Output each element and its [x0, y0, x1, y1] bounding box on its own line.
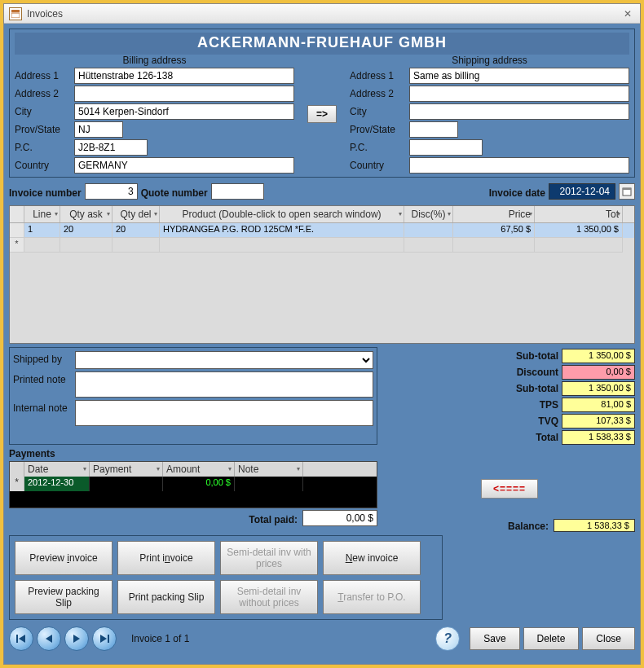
- col-line: Line▾: [24, 206, 60, 222]
- shipped-by-label: Shipped by: [13, 351, 72, 369]
- pay-col-payment: Payment▾: [90, 462, 163, 477]
- titlebar: Invoices ✕: [4, 4, 640, 24]
- semi-detail-with-prices-button[interactable]: Semi-detail inv with prices: [220, 541, 318, 575]
- billing-city-label: City: [15, 103, 72, 120]
- shipping-prov-label: Prov/State: [350, 121, 407, 138]
- shipping-city-label: City: [350, 103, 407, 120]
- semi-detail-without-prices-button[interactable]: Semi-detail inv without prices: [220, 580, 318, 614]
- tvq-value: 107,33 $: [562, 414, 635, 428]
- svg-marker-6: [46, 635, 52, 643]
- print-invoice-button[interactable]: Print invoice: [117, 541, 215, 575]
- help-button[interactable]: ?: [435, 626, 460, 651]
- calendar-icon[interactable]: [619, 183, 635, 200]
- window-title: Invoices: [27, 8, 620, 20]
- new-row[interactable]: [10, 238, 634, 253]
- internal-note-label: Internal note: [13, 400, 72, 426]
- nav-next-button[interactable]: [64, 626, 89, 651]
- invoice-number-input[interactable]: [85, 183, 138, 200]
- shipping-country-input[interactable]: [409, 157, 629, 174]
- header-panel: ACKERMANN-FRUEHAUF GMBH Billing address …: [9, 29, 635, 178]
- pay-col-amount: Amount▾: [163, 462, 235, 477]
- billing-country-label: Country: [15, 157, 72, 174]
- quote-number-label: Quote number: [141, 185, 208, 199]
- save-button[interactable]: Save: [470, 627, 519, 650]
- subtotal2-label: Sub-total: [384, 381, 558, 396]
- shipping-addr2-input[interactable]: [409, 86, 629, 102]
- quote-number-input[interactable]: [211, 183, 264, 200]
- payments-label: Payments: [9, 448, 377, 459]
- shipping-addr1-input[interactable]: [409, 68, 629, 84]
- payments-grid[interactable]: Date▾ Payment▾ Amount▾ Note▾ * 2012-12-3…: [9, 461, 377, 508]
- billing-address-block: Billing address Address 1 Address 2 City…: [15, 55, 294, 174]
- billing-addr2-input[interactable]: [74, 86, 294, 102]
- pay-col-note: Note▾: [235, 462, 303, 477]
- tvq-label: TVQ: [384, 414, 558, 428]
- shipped-by-select[interactable]: [75, 351, 373, 369]
- delete-button[interactable]: Delete: [523, 627, 580, 650]
- payment-row[interactable]: * 2012-12-30 0,00 $: [10, 477, 377, 491]
- col-disc: Disc(%)▾: [404, 206, 453, 222]
- shipping-addr1-label: Address 1: [350, 68, 407, 84]
- svg-marker-5: [19, 635, 25, 643]
- invoice-number-label: Invoice number: [9, 185, 82, 199]
- line-items-grid[interactable]: Line▾ Qty ask▾ Qty del▾ Product (Double-…: [9, 205, 635, 344]
- svg-rect-3: [623, 188, 631, 190]
- billing-pc-input[interactable]: [74, 139, 148, 156]
- shipping-address-block: Shipping address Address 1 Address 2 Cit…: [350, 55, 629, 174]
- balance-label: Balance:: [508, 518, 549, 532]
- subtotal1-value: 1 350,00 $: [562, 349, 635, 363]
- action-button-grid: Preview invoice Print invoice Semi-detai…: [9, 535, 443, 620]
- col-price: Price▾: [453, 206, 535, 222]
- pay-col-date: Date▾: [24, 462, 90, 477]
- billing-title: Billing address: [15, 55, 294, 66]
- preview-invoice-button[interactable]: Preview invoice: [15, 541, 112, 575]
- close-button[interactable]: Close: [582, 627, 635, 650]
- svg-rect-1: [11, 13, 20, 18]
- shipping-pc-label: P.C.: [350, 139, 407, 156]
- svg-rect-4: [16, 635, 18, 643]
- discount-value: 0,00 $: [562, 365, 635, 380]
- discount-label: Discount: [384, 365, 558, 380]
- total-paid-input[interactable]: [302, 510, 377, 526]
- invoice-date-input[interactable]: [549, 183, 615, 200]
- record-counter: Invoice 1 of 1: [131, 633, 189, 644]
- shipping-pc-input[interactable]: [409, 139, 483, 156]
- billing-addr1-input[interactable]: [74, 68, 294, 84]
- svg-rect-0: [11, 10, 20, 12]
- grid-header: Line▾ Qty ask▾ Qty del▾ Product (Double-…: [10, 206, 634, 223]
- preview-packing-slip-button[interactable]: Preview packing Slip: [15, 580, 112, 614]
- billing-prov-label: Prov/State: [15, 121, 72, 138]
- recalc-arrow-button[interactable]: <====: [481, 479, 538, 499]
- invoices-window: Invoices ✕ ACKERMANN-FRUEHAUF GMBH Billi…: [3, 3, 641, 665]
- billing-city-input[interactable]: [74, 103, 294, 120]
- printed-note-label: Printed note: [13, 371, 72, 398]
- copy-to-shipping-button[interactable]: =>: [307, 105, 337, 123]
- invoice-meta-bar: Invoice number Quote number Invoice date: [9, 181, 635, 202]
- shipping-title: Shipping address: [350, 55, 629, 66]
- printed-note-input[interactable]: [75, 371, 373, 398]
- col-qty-del: Qty del▾: [112, 206, 160, 222]
- nav-last-button[interactable]: [92, 626, 117, 651]
- col-product: Product (Double-click to open search win…: [160, 206, 404, 222]
- tps-value: 81,00 $: [562, 398, 635, 412]
- shipping-city-input[interactable]: [409, 103, 629, 120]
- nav-first-button[interactable]: [9, 626, 33, 651]
- company-name: ACKERMANN-FRUEHAUF GMBH: [15, 33, 629, 55]
- new-invoice-button[interactable]: New invoice: [323, 541, 421, 575]
- svg-marker-8: [100, 635, 107, 643]
- notes-panel: Shipped by Printed note Internal note: [9, 347, 377, 445]
- billing-country-input[interactable]: [74, 157, 294, 174]
- close-icon[interactable]: ✕: [620, 8, 635, 20]
- shipping-prov-input[interactable]: [409, 121, 458, 138]
- subtotal2-value: 1 350,00 $: [562, 381, 635, 396]
- billing-prov-input[interactable]: [74, 121, 123, 138]
- transfer-to-po-button[interactable]: Transfer to P.O.: [323, 580, 421, 614]
- internal-note-input[interactable]: [75, 400, 373, 426]
- nav-prev-button[interactable]: [37, 626, 61, 651]
- svg-marker-7: [73, 635, 80, 643]
- print-packing-slip-button[interactable]: Print packing Slip: [117, 580, 215, 614]
- invoice-date-label: Invoice date: [489, 185, 545, 199]
- billing-addr2-label: Address 2: [15, 86, 72, 102]
- table-row[interactable]: 1 20 20 HYDRANGEA P.G. ROD 125CM *F.E. 6…: [10, 223, 634, 238]
- shipping-addr2-label: Address 2: [350, 86, 407, 102]
